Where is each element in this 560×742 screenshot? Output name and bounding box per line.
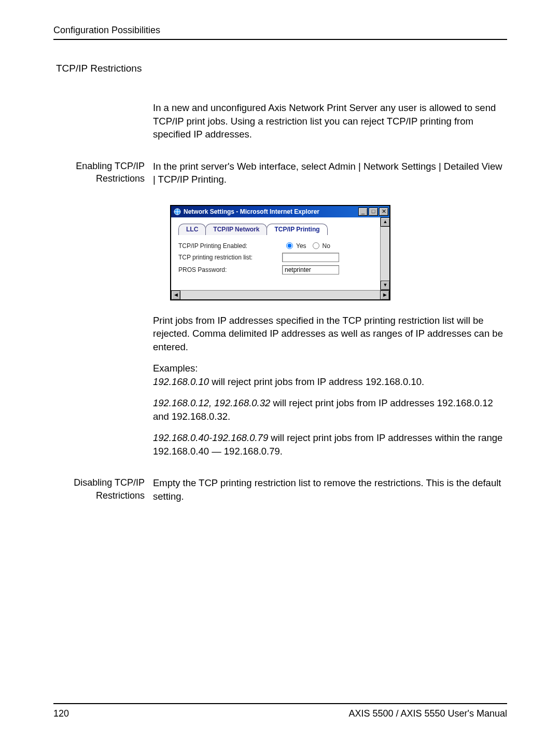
ie-title-text: Network Settings - Microsoft Internet Ex…: [184, 208, 358, 215]
example2-ip: 192.168.0.12, 192.168.0.32: [153, 397, 270, 408]
ie-app-icon: [173, 208, 181, 216]
scroll-left-icon[interactable]: ◀: [171, 291, 180, 300]
tab-tcpip-network[interactable]: TCP/IP Network: [205, 224, 267, 235]
horizontal-scrollbar[interactable]: ◀ ▶: [171, 290, 389, 299]
ie-titlebar: Network Settings - Microsoft Internet Ex…: [171, 206, 389, 217]
disabling-paragraph: Empty the TCP printing restriction list …: [153, 476, 507, 503]
disabling-gutter-line1: Disabling TCP/IP: [53, 476, 145, 489]
page-footer: 120 AXIS 5500 / AXIS 5550 User's Manual: [53, 703, 507, 719]
maximize-button[interactable]: □: [369, 208, 378, 216]
vertical-scrollbar[interactable]: ▲ ▼: [380, 217, 389, 290]
tab-llc[interactable]: LLC: [178, 224, 206, 235]
disabling-gutter-line2: Restrictions: [53, 489, 145, 502]
label-restriction-list: TCP printing restriction list:: [178, 254, 282, 261]
input-pros-password[interactable]: [282, 265, 339, 274]
label-printing-enabled: TCP/IP Printing Enabled:: [178, 242, 282, 250]
example1-rest: will reject print jobs from IP address 1…: [209, 376, 424, 387]
ie-window: Network Settings - Microsoft Internet Ex…: [170, 205, 390, 300]
manual-title: AXIS 5500 / AXIS 5550 User's Manual: [348, 708, 507, 719]
example3-ip: 192.168.0.40-192.168.0.79: [153, 432, 268, 443]
page-number: 120: [53, 708, 69, 719]
close-button[interactable]: ✕: [379, 208, 388, 216]
tab-tcpip-printing[interactable]: TCP/IP Printing: [267, 224, 327, 235]
radio-yes[interactable]: [286, 242, 293, 249]
post-paragraph-1: Print jobs from IP addresses specified i…: [153, 314, 507, 354]
enabling-paragraph: In the print server's Web interface, sel…: [153, 160, 507, 186]
running-head: Configuration Possibilities: [53, 25, 507, 40]
examples-label: Examples:: [153, 363, 198, 374]
tabs-row: LLC TCP/IP Network TCP/IP Printing: [178, 224, 375, 235]
example1-ip: 192.168.0.10: [153, 376, 209, 387]
enabling-gutter-line2: Restrictions: [53, 172, 145, 185]
minimize-button[interactable]: _: [358, 208, 368, 216]
radio-no-label: No: [323, 242, 330, 250]
section-title: TCP/IP Restrictions: [56, 63, 507, 74]
scroll-right-icon[interactable]: ▶: [380, 291, 389, 300]
enabling-gutter-line1: Enabling TCP/IP: [53, 160, 145, 172]
scroll-up-icon[interactable]: ▲: [381, 217, 390, 227]
input-restriction-list[interactable]: [282, 253, 339, 262]
intro-paragraph: In a new and unconfigured Axis Network P…: [153, 101, 507, 141]
label-pros-password: PROS Password:: [178, 266, 282, 273]
radio-yes-label: Yes: [296, 242, 306, 250]
scroll-down-icon[interactable]: ▼: [381, 281, 390, 290]
radio-no[interactable]: [313, 242, 319, 249]
